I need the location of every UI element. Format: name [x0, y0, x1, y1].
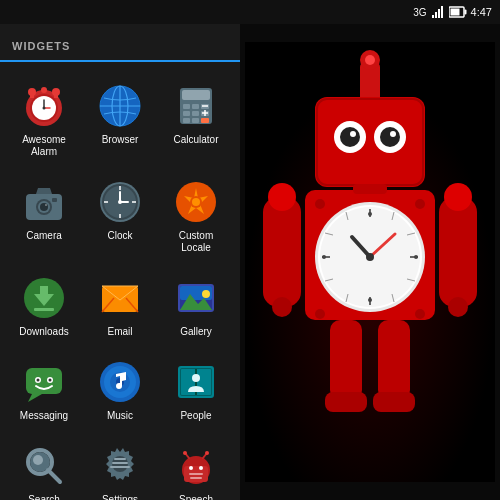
svg-point-98 — [183, 451, 187, 455]
widget-music[interactable]: Music — [84, 350, 156, 430]
svg-rect-93 — [114, 458, 126, 460]
svg-marker-71 — [28, 394, 42, 402]
svg-point-149 — [315, 199, 325, 209]
svg-rect-153 — [353, 184, 387, 194]
svg-rect-102 — [189, 473, 203, 475]
svg-rect-147 — [325, 392, 367, 412]
svg-point-141 — [414, 255, 418, 259]
downloads-icon — [20, 274, 68, 322]
music-label: Music — [107, 410, 133, 422]
battery-icon — [449, 6, 467, 18]
search-icon — [20, 442, 68, 490]
widget-search[interactable]: Search — [8, 434, 80, 500]
widget-gallery[interactable]: Gallery — [160, 266, 232, 346]
svg-point-88 — [33, 455, 43, 465]
status-bar: 3G 4:47 — [0, 0, 500, 24]
widget-calculator[interactable]: Calculator — [160, 74, 232, 166]
svg-point-152 — [415, 309, 425, 319]
gallery-icon — [172, 274, 220, 322]
svg-rect-59 — [34, 308, 54, 311]
clock-label: Clock — [107, 230, 132, 242]
browser-icon — [96, 82, 144, 130]
status-icons: 3G 4:47 — [413, 6, 492, 18]
svg-point-41 — [40, 203, 48, 211]
widget-speech-recorder[interactable]: Speech Recorder — [160, 434, 232, 500]
svg-point-112 — [340, 127, 360, 147]
svg-rect-32 — [192, 118, 199, 123]
settings-label: Settings — [102, 494, 138, 500]
svg-point-53 — [118, 200, 122, 204]
svg-rect-31 — [183, 118, 190, 123]
clock-icon — [96, 178, 144, 226]
widget-camera[interactable]: Camera — [8, 170, 80, 262]
widget-custom-locale[interactable]: Custom Locale — [160, 170, 232, 262]
svg-rect-24 — [182, 90, 210, 100]
svg-rect-91 — [112, 462, 128, 464]
svg-point-144 — [366, 253, 374, 261]
svg-rect-6 — [450, 9, 459, 16]
svg-point-120 — [444, 183, 472, 211]
svg-point-12 — [43, 107, 46, 110]
svg-rect-29 — [192, 111, 199, 116]
svg-rect-2 — [438, 9, 440, 18]
widget-awesome-alarm[interactable]: Awesome Alarm — [8, 74, 80, 166]
svg-marker-38 — [36, 188, 52, 194]
widget-messaging[interactable]: Messaging — [8, 350, 80, 430]
svg-point-100 — [189, 466, 193, 470]
svg-rect-26 — [192, 104, 199, 109]
svg-point-140 — [322, 255, 326, 259]
wifi-icon — [431, 6, 445, 18]
email-icon — [96, 274, 144, 322]
svg-rect-117 — [263, 197, 301, 307]
svg-point-114 — [350, 131, 356, 137]
svg-rect-145 — [330, 320, 362, 400]
svg-point-101 — [199, 466, 203, 470]
messaging-icon — [20, 358, 68, 406]
calculator-icon — [172, 82, 220, 130]
svg-rect-146 — [378, 320, 410, 400]
svg-rect-108 — [315, 97, 425, 187]
svg-point-75 — [49, 379, 52, 382]
svg-point-42 — [45, 204, 47, 206]
svg-rect-33 — [201, 118, 209, 123]
svg-rect-15 — [30, 94, 34, 98]
widget-settings[interactable]: Settings — [84, 434, 156, 500]
svg-point-113 — [380, 127, 400, 147]
music-icon — [96, 358, 144, 406]
svg-rect-5 — [464, 10, 466, 15]
svg-point-121 — [272, 297, 292, 317]
widget-people[interactable]: People — [160, 350, 232, 430]
svg-rect-28 — [183, 111, 190, 116]
people-icon — [172, 358, 220, 406]
widget-clock[interactable]: Clock — [84, 170, 156, 262]
settings-icon — [96, 442, 144, 490]
speech-recorder-icon — [172, 442, 220, 490]
robot-wallpaper — [245, 42, 495, 482]
svg-point-122 — [448, 297, 468, 317]
search-label: Search — [28, 494, 60, 500]
svg-point-68 — [202, 290, 210, 298]
svg-point-85 — [192, 374, 200, 382]
widgets-grid: Awesome Alarm Browser — [0, 70, 240, 500]
svg-point-119 — [268, 183, 296, 211]
svg-point-139 — [368, 298, 372, 302]
svg-point-151 — [315, 309, 325, 319]
right-panel — [240, 24, 500, 500]
camera-label: Camera — [26, 230, 62, 242]
svg-line-89 — [48, 470, 60, 482]
widget-browser[interactable]: Browser — [84, 74, 156, 166]
signal-icon: 3G — [413, 7, 426, 18]
awesome-alarm-label: Awesome Alarm — [12, 134, 76, 158]
svg-point-107 — [365, 55, 375, 65]
svg-point-17 — [41, 87, 47, 93]
svg-rect-0 — [432, 15, 434, 18]
widget-email[interactable]: Email — [84, 266, 156, 346]
left-panel: WIDGETS — [0, 24, 240, 500]
time-display: 4:47 — [471, 6, 492, 18]
browser-label: Browser — [102, 134, 139, 146]
svg-rect-103 — [190, 477, 202, 479]
svg-rect-25 — [183, 104, 190, 109]
widget-downloads[interactable]: Downloads — [8, 266, 80, 346]
svg-rect-118 — [439, 197, 477, 307]
custom-locale-icon — [172, 178, 220, 226]
